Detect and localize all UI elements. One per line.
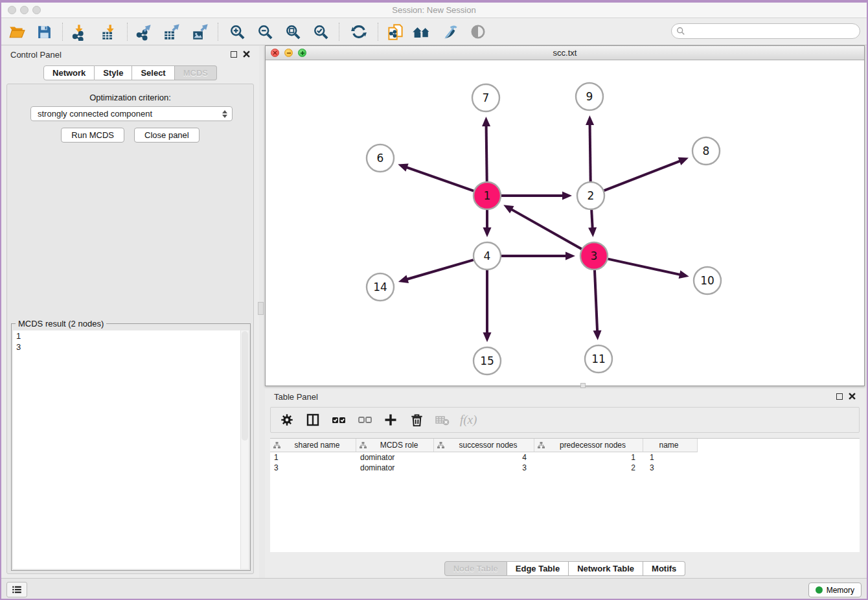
split-pane-divider[interactable]	[258, 302, 264, 315]
cell-shared-name: 1	[270, 452, 356, 463]
select-all-icon[interactable]	[330, 411, 347, 428]
result-scrollbar[interactable]	[240, 330, 249, 569]
tab-node-table[interactable]: Node Table	[444, 561, 507, 576]
window-title: Session: New Session	[1, 5, 867, 15]
graph-edge-2-8[interactable]	[604, 161, 681, 190]
control-panel-title: Control Panel	[10, 50, 62, 60]
table-options-icon[interactable]	[279, 411, 295, 428]
graph-node-label: 1	[484, 189, 491, 202]
graph-edge-4-14[interactable]	[406, 260, 474, 279]
graph-edge-3-11[interactable]	[595, 270, 597, 332]
graph-edge-1-7[interactable]	[486, 125, 487, 181]
first-neighbors-icon[interactable]	[411, 21, 431, 42]
status-bar: Memory	[1, 578, 867, 600]
run-mcds-button[interactable]: Run MCDS	[61, 128, 124, 143]
network-canvas[interactable]: 7968124314101511	[266, 60, 864, 386]
function-builder-icon[interactable]: f(x)	[460, 413, 477, 427]
control-panel-tabs: Network Style Select MCDS	[1, 65, 259, 80]
export-image-icon[interactable]	[190, 21, 211, 42]
toolbar-separator	[127, 23, 128, 41]
apply-layout-icon[interactable]	[348, 21, 369, 42]
table-row[interactable]: 3 dominator 3 2 3	[270, 463, 860, 473]
graph-edge-arrowhead	[482, 117, 490, 126]
memory-status-icon	[816, 586, 823, 594]
create-column-icon[interactable]	[382, 411, 399, 428]
column-header-predecessor-nodes[interactable]: predecessor nodes	[534, 439, 643, 452]
table-toolbar: f(x)	[270, 407, 860, 433]
search-field	[671, 23, 860, 39]
new-network-from-selection-icon[interactable]	[385, 21, 405, 42]
table-row[interactable]: 1 dominator 4 1 1	[270, 452, 860, 463]
graph-edge-arrowhead	[679, 270, 689, 279]
graph-node-label: 2	[588, 189, 595, 202]
save-session-icon[interactable]	[34, 21, 54, 42]
zoom-in-icon[interactable]	[227, 21, 247, 42]
mcds-result-title: MCDS result (2 nodes)	[16, 319, 106, 329]
cell-name: 1	[643, 452, 698, 463]
graph-node-label: 11	[591, 352, 606, 365]
float-panel-icon[interactable]	[836, 393, 843, 400]
graph-edge-arrowhead	[562, 192, 572, 200]
close-panel-icon[interactable]	[243, 51, 250, 58]
graph-edge-3-1[interactable]	[511, 209, 582, 249]
optimization-criterion-select[interactable]: strongly connected component	[30, 106, 233, 121]
main-toolbar	[1, 18, 867, 45]
column-header-successor-nodes[interactable]: successor nodes	[434, 439, 534, 452]
close-panel-icon[interactable]	[849, 393, 856, 400]
graph-edge-2-3[interactable]	[591, 210, 593, 229]
graph-edge-3-10[interactable]	[608, 259, 680, 275]
export-table-icon[interactable]	[161, 21, 182, 42]
hide-selection-icon[interactable]	[439, 21, 460, 42]
frame-resize-handle[interactable]	[580, 383, 586, 388]
graph-edge-arrowhead	[483, 332, 492, 342]
mcds-result-textarea[interactable]: 1 3	[13, 330, 249, 569]
search-icon	[676, 27, 685, 36]
tab-network[interactable]: Network	[43, 65, 95, 80]
memory-button[interactable]: Memory	[808, 583, 862, 597]
show-column-panel-icon[interactable]	[304, 411, 321, 428]
column-type-icon	[359, 441, 367, 450]
graph-node-label: 9	[586, 90, 593, 103]
tab-network-table[interactable]: Network Table	[569, 561, 643, 576]
tab-style[interactable]: Style	[95, 65, 132, 80]
delete-table-icon[interactable]	[434, 411, 451, 428]
window-titlebar: Session: New Session	[1, 3, 867, 18]
float-panel-icon[interactable]	[231, 51, 237, 58]
graph-node-label: 7	[483, 91, 490, 104]
import-network-icon[interactable]	[69, 21, 89, 42]
network-window-titlebar[interactable]: scc.txt	[266, 46, 864, 60]
delete-columns-icon[interactable]	[408, 411, 425, 428]
graph-edge-2-9[interactable]	[590, 124, 591, 181]
graph-node-label: 10	[700, 274, 714, 287]
application-window: { "window": { "title": "Session: New Ses…	[0, 0, 868, 600]
close-panel-button[interactable]: Close panel	[134, 128, 200, 143]
import-table-icon[interactable]	[98, 21, 119, 42]
result-line: 3	[13, 341, 249, 352]
tab-mcds[interactable]: MCDS	[175, 65, 217, 80]
show-graphics-details-icon[interactable]	[468, 21, 488, 42]
export-network-icon[interactable]	[133, 21, 154, 42]
column-header-name[interactable]: name	[643, 439, 698, 452]
tab-motifs[interactable]: Motifs	[643, 561, 685, 576]
table-tabs: Node Table Edge Table Network Table Moti…	[265, 561, 865, 576]
open-session-icon[interactable]	[6, 21, 27, 42]
toolbar-separator	[62, 23, 63, 41]
tab-edge-table[interactable]: Edge Table	[507, 561, 569, 576]
tab-select[interactable]: Select	[132, 65, 174, 80]
zoom-out-icon[interactable]	[255, 21, 275, 42]
column-header-mcds-role[interactable]: MCDS role	[356, 439, 434, 452]
cell-name: 3	[643, 463, 698, 473]
result-line: 1	[13, 330, 249, 341]
deselect-all-icon[interactable]	[356, 411, 373, 428]
table-panel: Table Panel f(x) shared	[265, 389, 865, 578]
zoom-selected-icon[interactable]	[310, 21, 331, 42]
task-history-button[interactable]	[6, 582, 27, 597]
search-input[interactable]	[685, 25, 860, 37]
network-view-window: scc.txt 7968124314101511	[265, 45, 865, 386]
selected-option: strongly connected component	[31, 109, 220, 119]
column-header-shared-name[interactable]: shared name	[270, 439, 356, 452]
cell-shared-name: 3	[270, 463, 356, 473]
toolbar-separator	[339, 23, 339, 41]
graph-edge-1-6[interactable]	[406, 167, 474, 191]
zoom-fit-icon[interactable]	[282, 21, 303, 42]
